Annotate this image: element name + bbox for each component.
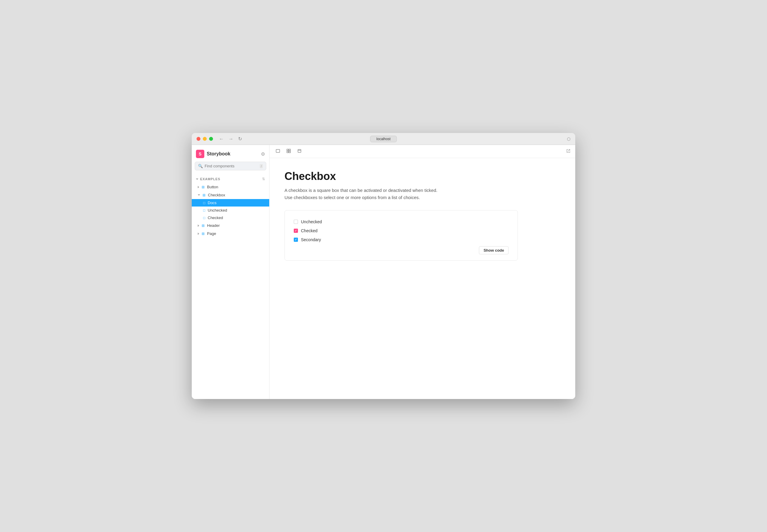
app-body: S Storybook ⚙ 🔍 / EXAMPLES ⇅: [192, 145, 575, 399]
refresh-button[interactable]: ↻: [238, 136, 242, 142]
brand: S Storybook: [196, 150, 230, 158]
svg-rect-2: [289, 149, 291, 151]
story-checked: ✓ Checked: [294, 228, 508, 233]
nav-controls: ← → ↻: [219, 136, 242, 142]
svg-rect-0: [276, 149, 280, 152]
nav-label-button: Button: [207, 185, 219, 189]
checkbox-unchecked-icon[interactable]: [294, 220, 298, 224]
svg-rect-4: [289, 151, 291, 153]
story-icon-checked: □: [203, 216, 205, 220]
expand-icon-checkbox: [198, 194, 200, 196]
nav-label-unchecked: Unchecked: [208, 208, 227, 213]
external-link-icon: ⬡: [567, 137, 570, 141]
svg-rect-5: [298, 149, 301, 152]
show-code-row: Show code: [294, 246, 508, 254]
search-shortcut: /: [260, 164, 263, 168]
story-icon-unchecked: □: [203, 208, 205, 213]
browser-window: ← → ↻ localhost ⬡ S Storybook ⚙ 🔍 /: [192, 133, 575, 399]
open-external-button[interactable]: [566, 149, 570, 154]
doc-description: A checkbox is a square box that can be a…: [285, 187, 560, 201]
toolbar: [270, 145, 575, 158]
svg-rect-1: [287, 149, 288, 151]
story-secondary: ✓ Secondary: [294, 237, 508, 242]
grid-view-button[interactable]: [285, 147, 292, 156]
main-panel: Checkbox A checkbox is a square box that…: [270, 145, 575, 399]
page-title: Checkbox: [285, 170, 560, 183]
component-icon-checkbox: ⊞: [203, 193, 206, 197]
sidebar-item-checkbox-docs[interactable]: □ Docs: [192, 199, 269, 207]
doc-description-line1: A checkbox is a square box that can be a…: [285, 188, 437, 193]
frame-view-button[interactable]: [296, 147, 303, 156]
expand-icon-page: [198, 233, 199, 235]
forward-button[interactable]: →: [229, 136, 233, 142]
nav-label-checked: Checked: [208, 215, 223, 220]
expand-icon-button: [198, 186, 199, 188]
sidebar-header: S Storybook ⚙: [192, 145, 269, 162]
stories-container: Unchecked ✓ Checked ✓ Secondar: [285, 210, 518, 261]
story-checked-label: Checked: [301, 228, 317, 233]
expand-icon-header: [198, 224, 199, 227]
svg-rect-3: [287, 151, 288, 153]
brand-logo: S: [196, 150, 204, 158]
nav-label-page: Page: [207, 231, 216, 236]
sidebar-item-page[interactable]: ⊞ Page: [192, 230, 269, 238]
section-sort-icon: ⇅: [262, 177, 265, 181]
story-unchecked: Unchecked: [294, 219, 508, 224]
component-icon-button: ⊞: [202, 185, 205, 189]
sidebar-item-checkbox-unchecked[interactable]: □ Unchecked: [192, 207, 269, 214]
docs-icon: □: [203, 201, 205, 205]
sidebar-item-checkbox[interactable]: ⊞ Checkbox: [192, 191, 269, 199]
sidebar-item-button[interactable]: ⊞ Button: [192, 183, 269, 191]
content-area: Checkbox A checkbox is a square box that…: [270, 158, 575, 399]
story-unchecked-label: Unchecked: [301, 219, 322, 224]
show-code-button[interactable]: Show code: [479, 246, 508, 254]
checkbox-checked-red-icon[interactable]: ✓: [294, 229, 298, 233]
checkmark-icon-blue: ✓: [295, 238, 297, 241]
section-title-examples: EXAMPLES: [200, 177, 221, 181]
component-icon-header: ⊞: [202, 224, 205, 228]
canvas-view-button[interactable]: [274, 147, 282, 156]
back-button[interactable]: ←: [219, 136, 224, 142]
component-icon-page: ⊞: [202, 232, 205, 236]
checkbox-checked-blue-icon[interactable]: ✓: [294, 238, 298, 242]
svg-line-7: [568, 149, 570, 152]
nav-label-checkbox: Checkbox: [208, 193, 225, 197]
search-box[interactable]: 🔍 /: [195, 162, 266, 170]
window-controls: [197, 137, 213, 141]
minimize-button[interactable]: [203, 137, 207, 141]
checkmark-icon: ✓: [295, 229, 297, 232]
settings-icon[interactable]: ⚙: [261, 151, 265, 157]
story-secondary-label: Secondary: [301, 237, 321, 242]
section-collapse-icon: [196, 178, 198, 180]
maximize-button[interactable]: [209, 137, 213, 141]
titlebar: ← → ↻ localhost ⬡: [192, 133, 575, 145]
nav-label-header: Header: [207, 223, 220, 228]
url-bar[interactable]: localhost: [370, 136, 397, 142]
brand-name: Storybook: [207, 151, 230, 157]
doc-description-line2: Use checkboxes to select one or more opt…: [285, 195, 420, 200]
close-button[interactable]: [197, 137, 201, 141]
nav-label-docs: Docs: [208, 201, 217, 205]
search-input[interactable]: [205, 164, 258, 168]
sidebar-item-checkbox-checked[interactable]: □ Checked: [192, 214, 269, 221]
section-header-examples[interactable]: EXAMPLES ⇅: [192, 175, 269, 183]
sidebar: S Storybook ⚙ 🔍 / EXAMPLES ⇅: [192, 145, 270, 399]
sidebar-section-examples: EXAMPLES ⇅ ⊞ Button ⊞ Checkbox: [192, 174, 269, 239]
sidebar-item-header[interactable]: ⊞ Header: [192, 221, 269, 230]
search-icon: 🔍: [198, 164, 203, 168]
